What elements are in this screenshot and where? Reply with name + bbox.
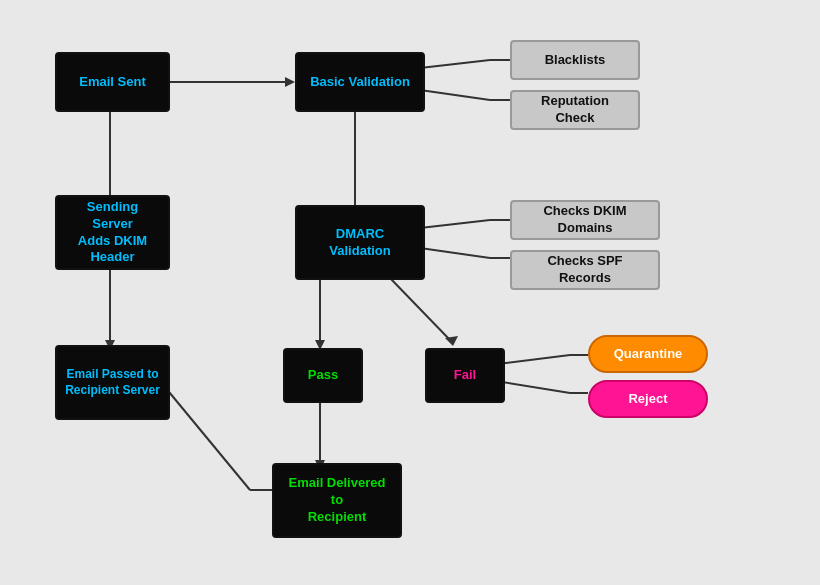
svg-marker-19 — [445, 336, 458, 346]
reject-node: Reject — [588, 380, 708, 418]
basic-validation-node: Basic Validation — [295, 52, 425, 112]
pass-node: Pass — [283, 348, 363, 403]
checks-dkim-node: Checks DKIM Domains — [510, 200, 660, 240]
email-sent-node: Email Sent — [55, 52, 170, 112]
svg-marker-1 — [285, 77, 295, 87]
blacklists-node: Blacklists — [510, 40, 640, 80]
reputation-check-node: Reputation Check — [510, 90, 640, 130]
svg-line-6 — [420, 60, 490, 68]
sending-server-node: Sending Server Adds DKIM Header — [55, 195, 170, 270]
svg-line-8 — [420, 90, 490, 100]
svg-line-18 — [390, 278, 450, 340]
svg-line-12 — [420, 220, 490, 228]
quarantine-node: Quarantine — [588, 335, 708, 373]
email-passed-node: Email Passed to Recipient Server — [55, 345, 170, 420]
fail-node: Fail — [425, 348, 505, 403]
diagram: Email Sent Basic Validation Blacklists R… — [0, 0, 820, 585]
email-delivered-node: Email Delivered to Recipient — [272, 463, 402, 538]
dmarc-validation-node: DMARC Validation — [295, 205, 425, 280]
checks-spf-node: Checks SPF Records — [510, 250, 660, 290]
svg-line-14 — [420, 248, 490, 258]
